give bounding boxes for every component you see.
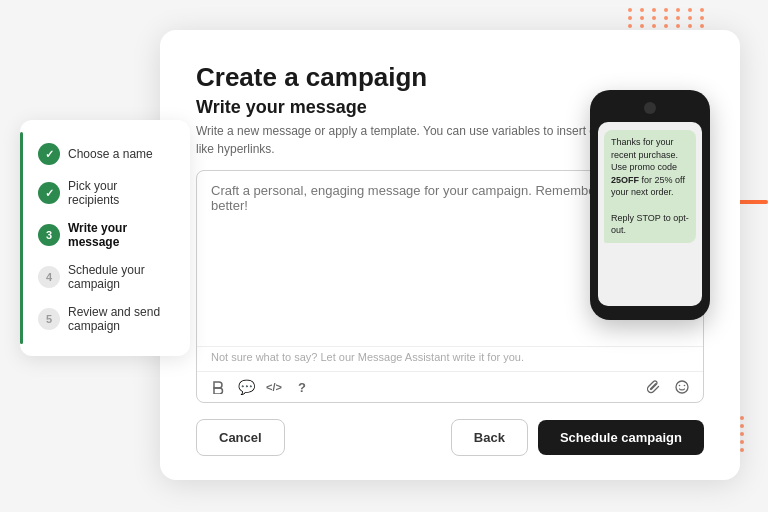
page-title: Create a campaign <box>196 62 704 93</box>
svg-point-0 <box>676 381 688 393</box>
bold-icon[interactable] <box>209 378 227 396</box>
phone-screen: Thanks for your recent purchase. Use pro… <box>598 122 702 306</box>
step-1-label: Choose a name <box>68 147 153 161</box>
phone-notch <box>644 102 656 114</box>
btn-group-right: Back Schedule campaign <box>451 419 704 456</box>
main-card: Create a campaign Write your message Wri… <box>160 30 740 480</box>
step-2-icon: ✓ <box>38 182 60 204</box>
steps-sidebar: ✓ Choose a name ✓ Pick your recipients 3… <box>20 120 190 356</box>
schedule-button[interactable]: Schedule campaign <box>538 420 704 455</box>
sms-bubble: Thanks for your recent purchase. Use pro… <box>604 130 696 243</box>
help-icon[interactable]: ? <box>293 378 311 396</box>
message-toolbar: 💬 </> ? <box>197 371 703 402</box>
emoji-icon[interactable] <box>673 378 691 396</box>
step-4[interactable]: 4 Schedule your campaign <box>32 256 178 298</box>
step-1-icon: ✓ <box>38 143 60 165</box>
code-icon[interactable]: </> <box>265 378 283 396</box>
svg-point-2 <box>684 385 686 387</box>
toolbar-left: 💬 </> ? <box>209 378 311 396</box>
message-hint: Not sure what to say? Let our Message As… <box>197 346 703 371</box>
back-button[interactable]: Back <box>451 419 528 456</box>
step-5-icon: 5 <box>38 308 60 330</box>
step-4-icon: 4 <box>38 266 60 288</box>
step-4-label: Schedule your campaign <box>68 263 172 291</box>
attachment-icon[interactable] <box>645 378 663 396</box>
step-2[interactable]: ✓ Pick your recipients <box>32 172 178 214</box>
step-3-label: Write your message <box>68 221 172 249</box>
cancel-button[interactable]: Cancel <box>196 419 285 456</box>
step-3-icon: 3 <box>38 224 60 246</box>
step-1[interactable]: ✓ Choose a name <box>32 136 178 172</box>
step-5-label: Review and send campaign <box>68 305 172 333</box>
bottom-actions: Cancel Back Schedule campaign <box>196 419 704 456</box>
chat-icon[interactable]: 💬 <box>237 378 255 396</box>
svg-point-1 <box>679 385 681 387</box>
step-2-label: Pick your recipients <box>68 179 172 207</box>
card-body: Write your message Write a new message o… <box>196 97 704 403</box>
step-3[interactable]: 3 Write your message <box>32 214 178 256</box>
toolbar-right <box>645 378 691 396</box>
step-5[interactable]: 5 Review and send campaign <box>32 298 178 340</box>
phone-mockup: Thanks for your recent purchase. Use pro… <box>590 90 710 320</box>
